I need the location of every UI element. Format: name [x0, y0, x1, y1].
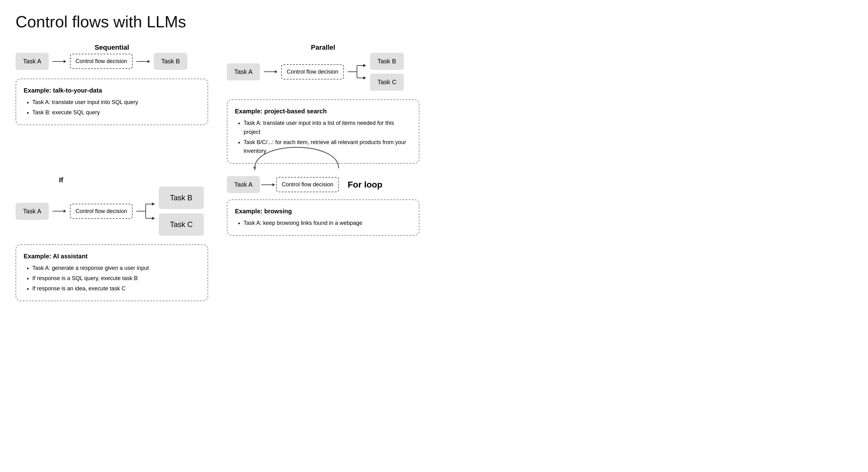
sequential-example: Example: talk-to-your-data Task A: trans…	[16, 78, 208, 125]
svg-marker-19	[152, 217, 155, 220]
sequential-diagram: Task A Control flow decision Task B	[16, 53, 208, 70]
parallel-arrow1-icon	[264, 69, 277, 75]
for-loop-example: Example: browsing Task A: keep browsing …	[227, 199, 420, 236]
if-bullet-0: Task A: generate a response given a user…	[32, 264, 200, 273]
if-section: If Task A Control flow decision Ta	[16, 176, 208, 301]
sequential-task-b: Task B	[154, 53, 187, 70]
page-title: Control flows with LLMs	[16, 12, 420, 31]
svg-marker-13	[64, 210, 66, 213]
svg-marker-3	[148, 60, 150, 63]
if-branch-arrows-icon	[136, 197, 155, 225]
if-arrow1-icon	[53, 208, 66, 214]
parallel-title: Parallel	[227, 43, 420, 52]
svg-marker-20	[253, 167, 256, 171]
parallel-section: Parallel Task A Control flow decision	[227, 43, 420, 164]
parallel-bullet-0: Task A: translate user input into a list…	[244, 119, 411, 137]
sequential-bullets: Task A: translate user input into SQL qu…	[24, 98, 200, 117]
if-example: Example: AI assistant Task A: generate a…	[16, 244, 208, 301]
sequential-example-title: Example: talk-to-your-data	[24, 85, 200, 95]
if-bullets: Task A: generate a response given a user…	[24, 264, 200, 293]
parallel-branch-arrows-icon	[348, 59, 366, 84]
main-grid: Sequential Task A Control flow decision …	[16, 43, 420, 301]
parallel-task-b: Task B	[370, 53, 404, 70]
svg-marker-11	[363, 76, 366, 80]
if-title: If	[16, 176, 208, 184]
loop-arc-icon	[236, 150, 354, 187]
for-loop-bullets: Task A: keep browsing links found in a w…	[235, 219, 411, 228]
parallel-targets: Task B Task C	[370, 53, 404, 91]
parallel-diagram: Task A Control flow decision Task B	[227, 53, 420, 91]
sequential-bullet-0: Task A: translate user input into SQL qu…	[32, 98, 200, 107]
sequential-title: Sequential	[16, 43, 208, 52]
if-diagram: Task A Control flow decision Task B Tas	[16, 187, 208, 236]
for-loop-example-title: Example: browsing	[235, 206, 411, 216]
parallel-decision: Control flow decision	[281, 64, 344, 80]
for-loop-section: Task A Control flow decision For loop Ex…	[227, 176, 420, 301]
sequential-decision: Control flow decision	[70, 54, 133, 69]
if-example-title: Example: AI assistant	[24, 251, 200, 261]
sequential-section: Sequential Task A Control flow decision …	[16, 43, 208, 164]
if-bullet-1: If response is a SQL query, execute task…	[32, 274, 200, 283]
svg-marker-5	[275, 70, 277, 73]
arrow2-icon	[136, 58, 150, 65]
parallel-example-title: Example: project-based search	[235, 106, 411, 116]
for-loop-diagram: Task A Control flow decision For loop	[227, 176, 420, 193]
arrow-icon	[53, 58, 66, 65]
svg-marker-1	[64, 60, 66, 63]
if-bullet-2: If response is an idea, execute task C	[32, 284, 200, 293]
svg-marker-9	[363, 64, 366, 67]
if-targets: Task B Task C	[159, 187, 204, 236]
sequential-bullet-1: Task B: execute SQL query	[32, 108, 200, 117]
if-task-a: Task A	[16, 203, 49, 220]
if-task-c: Task C	[159, 213, 204, 236]
for-loop-bullet-0: Task A: keep browsing links found in a w…	[244, 219, 411, 228]
if-decision: Control flow decision	[70, 204, 133, 219]
parallel-task-c: Task C	[370, 73, 404, 91]
if-task-b: Task B	[159, 187, 204, 209]
svg-marker-17	[152, 202, 155, 206]
parallel-task-a: Task A	[227, 63, 260, 81]
sequential-task-a: Task A	[16, 53, 49, 70]
